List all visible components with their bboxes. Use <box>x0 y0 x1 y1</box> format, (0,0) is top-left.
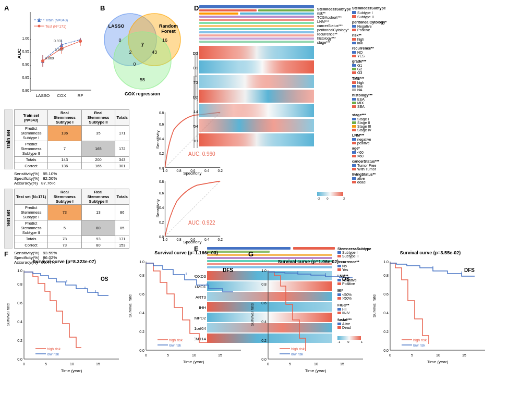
svg-text:high risk: high risk <box>413 338 427 342</box>
svg-rect-103 <box>199 90 314 103</box>
svg-text:16: 16 <box>162 38 167 43</box>
svg-text:IHH: IHH <box>193 139 198 143</box>
svg-text:Subtype I: Subtype I <box>357 11 373 15</box>
svg-text:RF: RF <box>78 93 83 98</box>
svg-text:alive: alive <box>357 177 365 180</box>
svg-text:COX regression: COX regression <box>125 91 160 96</box>
svg-text:FRMPD2: FRMPD2 <box>193 95 199 100</box>
svg-rect-139 <box>352 51 356 54</box>
svg-text:cancerStatus***: cancerStatus*** <box>352 159 379 163</box>
svg-text:Stage IV: Stage IV <box>357 128 371 132</box>
svg-text:positive: positive <box>357 141 370 145</box>
svg-text:0.917: 0.917 <box>55 48 64 52</box>
svg-text:5: 5 <box>411 353 413 357</box>
panels-fg-container: F Survival curve (p=8.323e-07) 0.0 0.2 0… <box>4 250 521 377</box>
svg-text:FOXD3: FOXD3 <box>193 51 199 56</box>
svg-text:DFS: DFS <box>223 267 233 273</box>
svg-rect-158 <box>352 98 356 101</box>
svg-rect-97 <box>199 34 314 36</box>
svg-text:5: 5 <box>45 362 47 366</box>
svg-text:low risk: low risk <box>169 343 182 347</box>
svg-text:LNM***: LNM*** <box>317 20 329 23</box>
svg-text:high risk: high risk <box>291 347 305 351</box>
svg-rect-134 <box>352 38 356 41</box>
svg-text:10: 10 <box>192 353 196 357</box>
svg-text:5: 5 <box>289 362 291 366</box>
venn-diagram: LASSO Random Forest COX regression 0 16 … <box>98 4 187 101</box>
g-dfs-title: Survival curve (p=3.55e-02) <box>400 250 461 255</box>
svg-rect-100 <box>199 46 314 59</box>
svg-text:0.85: 0.85 <box>22 76 29 79</box>
svg-text:0.6: 0.6 <box>383 292 389 296</box>
svg-text:COX: COX <box>57 93 66 98</box>
train-confusion-matrix: Train set (N=343) Real Stemmness Subtype… <box>14 109 129 169</box>
svg-rect-189 <box>352 177 356 180</box>
svg-text:StemneessSubtype: StemneessSubtype <box>317 7 351 11</box>
f-dfs-title: Survival curve (p=1.166e-03) <box>154 250 217 255</box>
svg-text:0: 0 <box>133 61 136 67</box>
svg-text:high risk: high risk <box>47 347 61 351</box>
svg-rect-176 <box>352 142 356 144</box>
svg-text:DFS: DFS <box>464 267 475 273</box>
svg-text:StemneessSubtype: StemneessSubtype <box>352 6 386 10</box>
svg-rect-136 <box>352 42 356 44</box>
svg-text:0.4: 0.4 <box>139 311 144 315</box>
svg-text:43: 43 <box>152 50 157 55</box>
svg-rect-102 <box>199 75 314 88</box>
svg-rect-197 <box>207 247 291 250</box>
heatmap-d-svg: FOXD3 LMO1 ART3 FRMPD2 TMEM114 C1orf64 I… <box>193 4 393 244</box>
svg-text:Tumor Free: Tumor Free <box>357 164 376 167</box>
svg-text:grade***: grade*** <box>352 59 367 64</box>
svg-text:55: 55 <box>140 77 145 82</box>
panel-g-os: Survival curve (p=1.06e-02) 0.0 0.2 0.4 … <box>248 259 368 377</box>
svg-text:Positive: Positive <box>357 28 370 32</box>
svg-rect-99 <box>199 41 314 43</box>
svg-text:NA: NA <box>357 88 362 92</box>
svg-text:risk**: risk** <box>317 11 326 15</box>
svg-text:15: 15 <box>462 353 466 357</box>
svg-text:0.8: 0.8 <box>17 282 22 286</box>
svg-rect-90 <box>240 13 314 15</box>
svg-text:Subtype II: Subtype II <box>357 15 374 19</box>
svg-text:EEA: EEA <box>357 97 365 101</box>
svg-rect-146 <box>352 68 356 70</box>
svg-text:10: 10 <box>314 362 318 366</box>
svg-rect-89 <box>199 13 238 15</box>
svg-text:risk**: risk** <box>352 33 361 37</box>
svg-text:G2: G2 <box>357 67 362 71</box>
svg-text:0.869: 0.869 <box>45 56 54 60</box>
panel-b: LASSO Random Forest COX regression 0 16 … <box>98 4 189 108</box>
svg-rect-126 <box>352 15 356 18</box>
svg-rect-160 <box>352 102 356 104</box>
svg-text:0.0: 0.0 <box>17 357 22 361</box>
svg-text:2: 2 <box>129 50 131 55</box>
svg-text:0.0: 0.0 <box>159 166 164 170</box>
svg-text:0.8: 0.8 <box>177 238 182 241</box>
svg-rect-101 <box>199 60 314 73</box>
svg-text:0.8: 0.8 <box>383 274 389 277</box>
svg-text:10: 10 <box>436 353 440 357</box>
svg-rect-191 <box>352 181 356 183</box>
svg-text:Survival rate: Survival rate <box>128 294 132 317</box>
svg-text:1.0: 1.0 <box>261 269 267 273</box>
svg-text:0: 0 <box>389 353 391 357</box>
svg-text:2: 2 <box>343 197 345 200</box>
svg-text:low risk: low risk <box>47 352 59 356</box>
svg-rect-141 <box>352 55 356 57</box>
svg-text:0.8: 0.8 <box>159 180 164 183</box>
svg-text:0.8: 0.8 <box>139 274 144 277</box>
svg-rect-96 <box>199 31 314 33</box>
svg-text:Survival rate: Survival rate <box>6 303 10 326</box>
svg-text:0.90: 0.90 <box>22 63 29 66</box>
svg-text:1.0: 1.0 <box>383 260 389 264</box>
svg-text:0.0: 0.0 <box>139 349 144 352</box>
svg-rect-184 <box>352 164 356 167</box>
svg-rect-131 <box>352 29 356 31</box>
svg-text:0.8: 0.8 <box>177 169 182 172</box>
svg-text:histology***: histology*** <box>317 36 336 41</box>
panel-f-label: F <box>4 250 8 258</box>
svg-text:peritonealCytology*: peritonealCytology* <box>352 20 386 24</box>
svg-rect-124 <box>352 11 356 14</box>
f-os-svg: 0.0 0.2 0.4 0.6 0.8 1.0 0 5 10 15 Time (… <box>4 265 124 377</box>
svg-text:Forest: Forest <box>161 29 176 34</box>
